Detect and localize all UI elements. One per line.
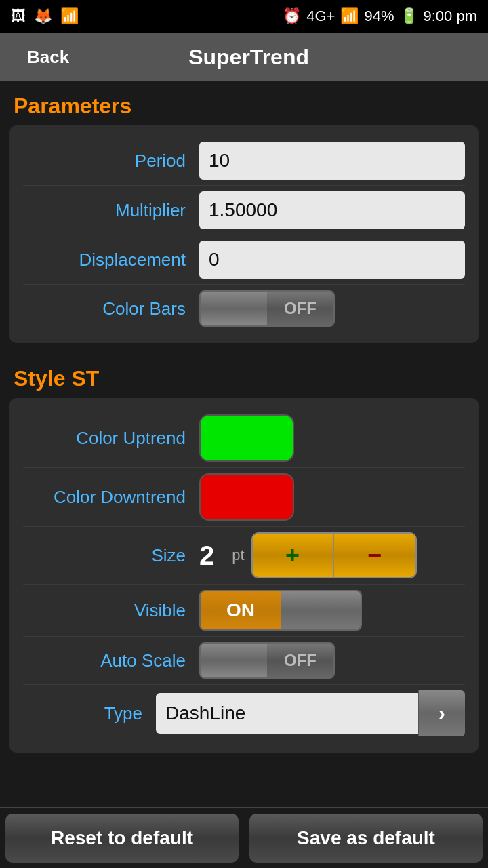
reset-button[interactable]: Reset to default bbox=[5, 814, 239, 863]
size-row: Size 2 pt + − bbox=[23, 527, 465, 585]
page-title: SuperTrend bbox=[80, 45, 418, 70]
color-uptrend-swatch[interactable] bbox=[199, 414, 294, 462]
visible-row: Visible ON bbox=[23, 585, 465, 637]
color-bars-toggle-left bbox=[201, 292, 267, 326]
auto-scale-toggle-right: OFF bbox=[267, 644, 333, 677]
style-st-card: Color Uptrend Color Downtrend Size 2 pt … bbox=[9, 398, 479, 753]
multiplier-label: Multiplier bbox=[23, 200, 199, 221]
displacement-input[interactable] bbox=[199, 241, 465, 279]
auto-scale-toggle-left bbox=[201, 644, 267, 677]
parameters-section-header: Parameters bbox=[0, 81, 488, 125]
nav-bar: Back SuperTrend bbox=[0, 33, 488, 81]
time-label: 9:00 pm bbox=[424, 7, 478, 25]
visible-toggle-on: ON bbox=[201, 591, 281, 629]
displacement-label: Displacement bbox=[23, 250, 199, 271]
style-st-section-header: Style ST bbox=[0, 354, 488, 398]
back-button[interactable]: Back bbox=[16, 41, 80, 73]
color-bars-label: Color Bars bbox=[23, 298, 199, 319]
color-bars-toggle-right: OFF bbox=[267, 292, 333, 326]
color-bars-row: Color Bars OFF bbox=[23, 285, 465, 332]
multiplier-row: Multiplier bbox=[23, 186, 465, 235]
displacement-row: Displacement bbox=[23, 235, 465, 285]
parameters-card: Period Multiplier Displacement Color Bar… bbox=[9, 125, 479, 343]
type-input-container: › bbox=[156, 690, 465, 736]
size-value: 2 bbox=[199, 540, 214, 571]
minus-icon: − bbox=[367, 541, 382, 570]
color-uptrend-row: Color Uptrend bbox=[23, 409, 465, 468]
color-downtrend-row: Color Downtrend bbox=[23, 468, 465, 527]
period-label: Period bbox=[23, 151, 199, 172]
size-unit: pt bbox=[232, 547, 244, 564]
size-plus-button[interactable]: + bbox=[253, 534, 334, 577]
chevron-right-icon: › bbox=[439, 702, 445, 725]
save-button[interactable]: Save as default bbox=[249, 814, 483, 863]
battery-icon: 🔋 bbox=[400, 7, 418, 25]
auto-scale-state: OFF bbox=[284, 651, 317, 670]
gallery-icon: 🖼 bbox=[11, 7, 26, 25]
period-row: Period bbox=[23, 136, 465, 186]
auto-scale-toggle[interactable]: OFF bbox=[199, 642, 335, 679]
visible-toggle-off bbox=[281, 591, 361, 629]
visible-toggle[interactable]: ON bbox=[199, 590, 362, 631]
type-arrow-button[interactable]: › bbox=[418, 690, 465, 736]
size-minus-button[interactable]: − bbox=[334, 534, 415, 577]
visible-label: Visible bbox=[23, 600, 199, 621]
size-btn-group: + − bbox=[251, 532, 417, 578]
status-icons: 🖼 🦊 📶 bbox=[11, 7, 79, 25]
color-uptrend-label: Color Uptrend bbox=[23, 428, 199, 449]
type-input[interactable] bbox=[156, 693, 418, 734]
plus-icon: + bbox=[285, 541, 300, 570]
color-downtrend-swatch[interactable] bbox=[199, 473, 294, 521]
signal-bars-icon: 📶 bbox=[340, 7, 359, 25]
type-label: Type bbox=[23, 703, 156, 724]
auto-scale-row: Auto Scale OFF bbox=[23, 637, 465, 685]
alarm-icon: ⏰ bbox=[283, 7, 301, 25]
status-right: ⏰ 4G+ 📶 94% 🔋 9:00 pm bbox=[283, 7, 477, 25]
color-bars-state: OFF bbox=[284, 299, 317, 318]
firefox-icon: 🦊 bbox=[34, 7, 52, 25]
bottom-bar: Reset to default Save as default bbox=[0, 807, 488, 868]
wifi-icon: 📶 bbox=[60, 7, 79, 25]
multiplier-input[interactable] bbox=[199, 191, 465, 229]
type-row: Type › bbox=[23, 685, 465, 742]
battery-label: 94% bbox=[364, 7, 394, 25]
signal-label: 4G+ bbox=[306, 7, 335, 25]
color-downtrend-label: Color Downtrend bbox=[23, 487, 199, 508]
color-bars-toggle[interactable]: OFF bbox=[199, 290, 335, 327]
period-input[interactable] bbox=[199, 142, 465, 180]
auto-scale-label: Auto Scale bbox=[23, 650, 199, 671]
status-bar: 🖼 🦊 📶 ⏰ 4G+ 📶 94% 🔋 9:00 pm bbox=[0, 0, 488, 33]
size-label: Size bbox=[23, 545, 199, 566]
